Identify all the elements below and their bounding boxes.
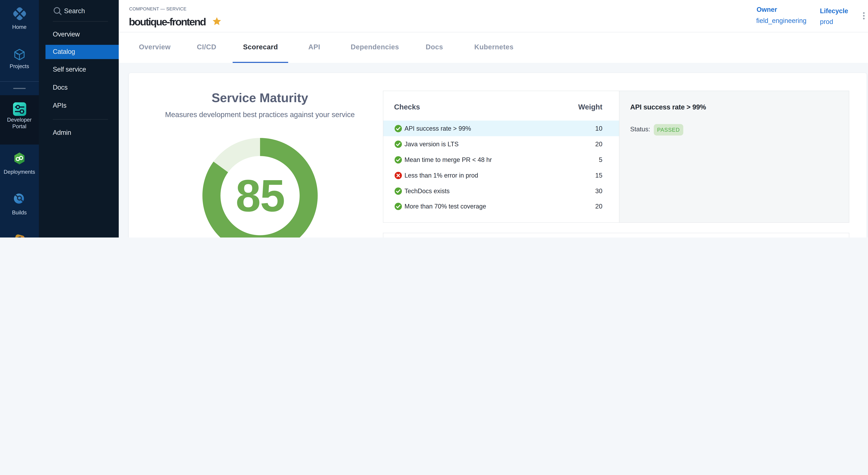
svg-text:85: 85 [236, 170, 284, 221]
